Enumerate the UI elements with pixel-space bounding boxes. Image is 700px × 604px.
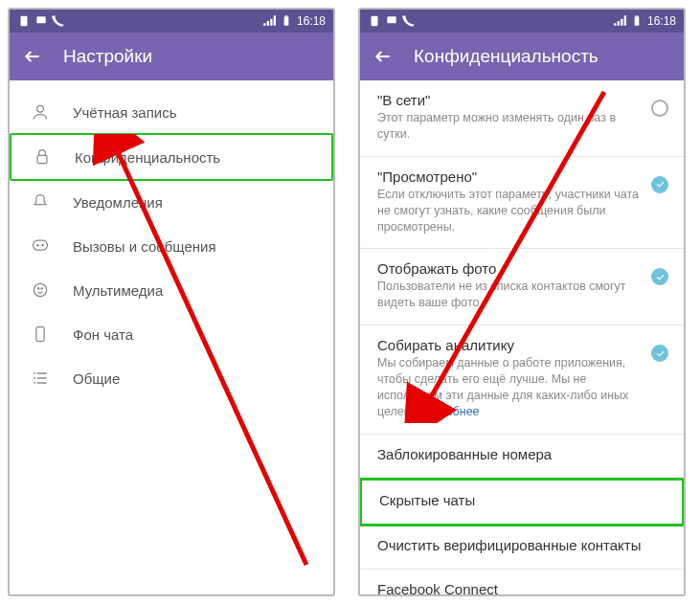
setting-desc: Этот параметр можно изменять один раз в … — [377, 110, 642, 143]
lock-icon — [33, 147, 52, 167]
svg-point-8 — [42, 244, 44, 246]
svg-rect-17 — [636, 15, 638, 16]
signal-icon — [613, 14, 626, 28]
svg-rect-3 — [285, 15, 287, 16]
phone-bg-icon — [31, 324, 50, 344]
setting-title: "В сети" — [377, 92, 642, 108]
svg-rect-14 — [372, 16, 378, 27]
menu-item-phone-bg[interactable]: Фон чата — [10, 312, 333, 356]
svg-rect-16 — [635, 16, 640, 25]
status-time: 16:18 — [297, 14, 326, 28]
sim-icon — [17, 14, 31, 28]
setting-row[interactable]: Собирать аналитикуМы собираем данные о р… — [360, 325, 684, 435]
menu-item-label: Конфиденциальность — [75, 149, 220, 166]
setting-desc: Мы собираем данные о работе приложения, … — [377, 355, 642, 420]
settings-menu: Учётная запись Конфиденциальность Уведом… — [10, 80, 333, 594]
battery-icon — [630, 14, 644, 28]
svg-point-9 — [34, 283, 46, 296]
privacy-settings: "В сети"Этот параметр можно изменять оди… — [360, 80, 684, 594]
setting-row[interactable]: Отображать фотоПользователи не из списка… — [360, 249, 684, 325]
battery-icon — [280, 14, 293, 28]
person-icon — [31, 102, 50, 122]
svg-point-7 — [37, 244, 39, 246]
check-control[interactable] — [651, 176, 668, 193]
page-title: Настройки — [63, 46, 152, 67]
setting-desc: Если отключить этот параметр, участники … — [377, 187, 642, 235]
sim-icon — [368, 14, 381, 28]
signal-icon — [262, 14, 276, 28]
menu-item-person[interactable]: Учётная запись — [10, 90, 333, 134]
phone-right: 16:18 Конфиденциальность "В сети"Этот па… — [358, 8, 686, 596]
svg-rect-2 — [284, 16, 289, 25]
menu-item-label: Фон чата — [73, 326, 133, 343]
image-icon — [31, 280, 50, 300]
svg-rect-12 — [36, 327, 44, 342]
cast-icon — [34, 14, 48, 28]
radio-control[interactable] — [651, 100, 668, 117]
phone-icon — [402, 14, 416, 28]
menu-item-label: Учётная запись — [73, 104, 177, 121]
svg-rect-15 — [387, 16, 395, 23]
setting-title: Очистить верифицированные контакты — [377, 537, 668, 553]
back-icon[interactable] — [373, 47, 393, 66]
menu-item-label: Общие — [73, 370, 120, 387]
setting-title: "Просмотрено" — [377, 168, 642, 185]
bell-icon — [31, 192, 50, 212]
setting-title: Скрытые чаты — [379, 492, 666, 508]
list-icon — [31, 369, 50, 388]
menu-item-lock[interactable]: Конфиденциальность — [10, 133, 333, 181]
setting-title: Заблокированные номера — [377, 446, 668, 462]
statusbar: 16:18 — [360, 10, 684, 33]
menu-item-list[interactable]: Общие — [10, 356, 333, 400]
svg-point-10 — [38, 288, 40, 290]
svg-point-4 — [37, 105, 44, 112]
menu-item-label: Вызовы и сообщения — [73, 238, 216, 255]
menu-item-label: Уведомления — [73, 194, 163, 211]
check-control[interactable] — [651, 345, 668, 362]
menu-item-bell[interactable]: Уведомления — [10, 180, 333, 224]
setting-row[interactable]: Очистить верифицированные контакты — [360, 526, 684, 570]
svg-rect-6 — [34, 240, 48, 250]
setting-title: Отображать фото — [377, 260, 642, 277]
more-link[interactable]: Подробнее — [418, 405, 480, 418]
page-title: Конфиденциальность — [414, 46, 598, 67]
menu-item-label: Мультимедиа — [73, 282, 163, 299]
setting-title: Facebook Connect — [377, 581, 668, 594]
svg-point-11 — [41, 288, 43, 290]
setting-title: Собирать аналитику — [377, 337, 642, 353]
svg-rect-1 — [36, 16, 45, 23]
phone-icon — [52, 14, 65, 28]
svg-rect-0 — [21, 16, 28, 27]
appbar: Настройки — [10, 33, 333, 80]
appbar: Конфиденциальность — [360, 33, 684, 80]
setting-row[interactable]: "В сети"Этот параметр можно изменять оди… — [360, 80, 684, 157]
statusbar: 16:18 — [10, 10, 333, 33]
check-control[interactable] — [651, 268, 668, 285]
cast-icon — [385, 14, 398, 28]
setting-row[interactable]: Заблокированные номера — [360, 435, 684, 479]
setting-row[interactable]: Facebook ConnectНажмите для подключения … — [360, 570, 684, 594]
setting-row[interactable]: "Просмотрено"Если отключить этот парамет… — [360, 157, 684, 250]
svg-rect-5 — [37, 155, 47, 163]
menu-item-chat[interactable]: Вызовы и сообщения — [10, 224, 333, 268]
phone-left: 16:18 Настройки Учётная запись Конфиденц… — [8, 8, 335, 596]
chat-icon — [31, 236, 50, 256]
status-time: 16:18 — [647, 14, 676, 28]
menu-item-image[interactable]: Мультимедиа — [10, 268, 333, 312]
setting-desc: Пользователи не из списка контактов смог… — [377, 279, 642, 311]
setting-row[interactable]: Скрытые чаты — [360, 478, 684, 526]
back-icon[interactable] — [23, 47, 42, 66]
